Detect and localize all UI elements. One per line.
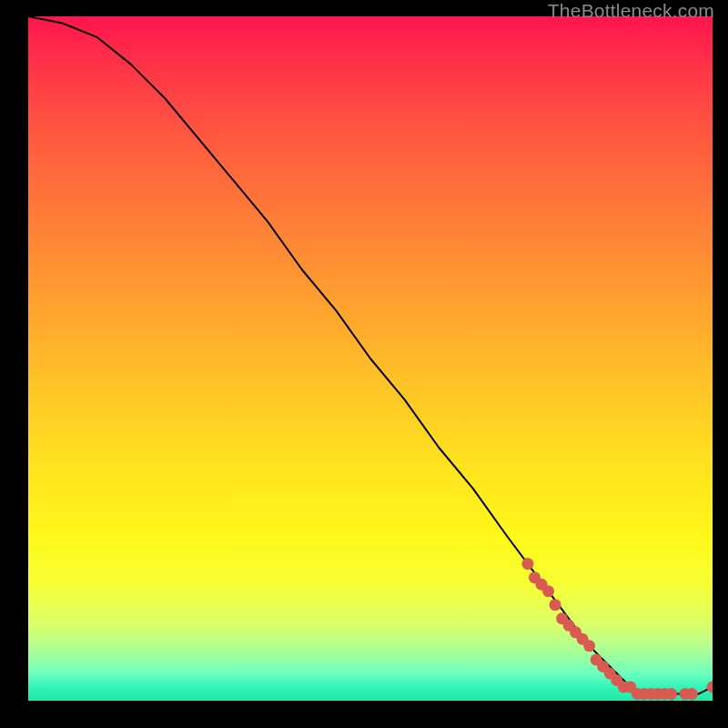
marker-dot: [542, 585, 554, 597]
marker-dot: [665, 688, 677, 700]
marker-dot: [686, 688, 698, 700]
curve-markers: [521, 558, 713, 700]
marker-dot: [583, 640, 595, 652]
bottleneck-curve-path: [28, 16, 713, 693]
marker-dot: [550, 599, 561, 611]
plot-area: [28, 16, 713, 701]
marker-dot: [521, 558, 533, 570]
chart-svg: [28, 16, 713, 701]
curve-line: [28, 16, 713, 693]
marker-dot: [707, 681, 713, 693]
watermark-label: TheBottleneck.com: [548, 0, 714, 22]
chart-stage: TheBottleneck.com: [0, 0, 728, 728]
